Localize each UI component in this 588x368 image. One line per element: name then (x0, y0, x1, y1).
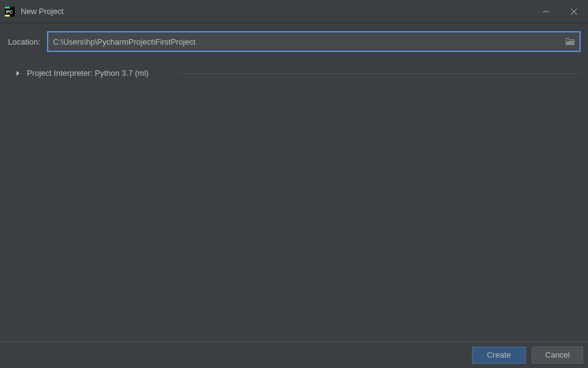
window-title: New Project (21, 7, 64, 16)
chevron-right-icon (16, 70, 21, 76)
close-button[interactable] (560, 0, 588, 23)
location-input[interactable] (48, 32, 580, 51)
browse-folder-icon[interactable] (565, 37, 575, 46)
create-button[interactable]: Create (472, 347, 526, 364)
svg-rect-1 (5, 7, 10, 9)
location-input-wrapper (48, 32, 580, 51)
minimize-button[interactable] (532, 0, 560, 23)
titlebar-left: PC New Project (5, 7, 532, 17)
interpreter-expander[interactable]: Project Interpreter: Python 3.7 (ml) (8, 68, 580, 78)
dialog-content: Location: Project Interpreter: Python 3.… (0, 23, 588, 341)
window-controls (532, 0, 588, 23)
svg-rect-2 (5, 15, 10, 17)
cancel-button[interactable]: Cancel (532, 347, 583, 364)
location-label: Location: (8, 37, 40, 46)
pycharm-icon: PC (5, 7, 15, 17)
location-row: Location: (8, 32, 580, 51)
dialog-footer: Create Cancel (0, 341, 588, 368)
interpreter-label: Project Interpreter: Python 3.7 (ml) (27, 68, 148, 78)
titlebar: PC New Project (0, 0, 588, 23)
svg-text:PC: PC (6, 9, 13, 15)
